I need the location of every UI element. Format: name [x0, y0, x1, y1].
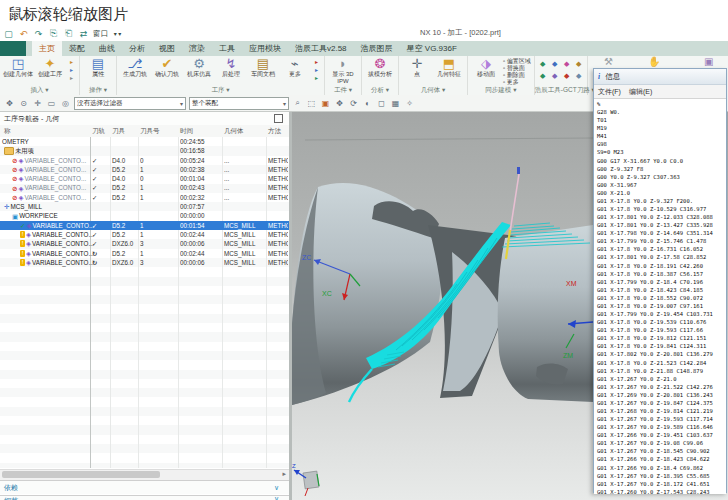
machine-simulation-button[interactable]: ⚙机床仿真 — [184, 57, 214, 78]
mini-button[interactable]: ◆ — [550, 59, 560, 69]
tree-row-1[interactable]: 未用项00:16:58 — [0, 146, 289, 155]
information-window-titlebar[interactable]: i 信息 — [594, 69, 726, 85]
column-header-4[interactable]: 时间 — [180, 125, 193, 137]
column-header-3[interactable]: 刀具号 — [140, 125, 160, 137]
switch-window-icon[interactable]: ⇄ — [78, 29, 89, 39]
column-header-1[interactable]: 刀轨 — [92, 125, 105, 137]
tree-row-12[interactable]: !◈VARIABLE_CONTO...↻D5.2100:02:44MCS_MIL… — [0, 249, 289, 258]
fit-view-icon[interactable]: ⬚ — [306, 99, 317, 108]
postprocess-button[interactable]: ↯后处理 — [216, 57, 246, 78]
geometry-feature-button[interactable]: ⬒几何特征 — [434, 57, 464, 78]
mini-button[interactable]: ◆ — [574, 71, 584, 81]
mini-button[interactable]: ▸ — [67, 59, 76, 66]
details-section[interactable]: 细节 ∨ — [0, 495, 289, 500]
tree-row-6[interactable]: ⊘◈VARIABLE_CONTO...✓D5.2100:02:32...METH… — [0, 193, 289, 202]
snapshot-icon[interactable]: ✧ — [404, 99, 415, 108]
dependencies-section[interactable]: 依赖 ∨ — [0, 480, 289, 494]
tree-row-3[interactable]: ⊘◈VARIABLE_CONTO...✓D5.2100:02:38...METH… — [0, 165, 289, 174]
show-3d-ipw-button[interactable]: ◗显示 3D IPW — [328, 57, 358, 84]
undo-icon[interactable]: ↶ — [18, 29, 29, 39]
mini-button[interactable]: ◆ — [550, 71, 560, 81]
view-triad[interactable]: Z — [292, 463, 319, 496]
small-button[interactable]: ▫ 替换面 — [503, 65, 531, 72]
tree-row-5[interactable]: ⊘◈VARIABLE_CONTO...✓D5.2100:02:43...METH… — [0, 183, 289, 192]
small-button[interactable]: ▫ 更多 — [503, 79, 531, 86]
find-icon[interactable]: ⌕ — [292, 98, 303, 108]
gcode-listing-area[interactable]: % G28 W0. T01 M19 M41 G98 S9=0 M23 G00 G… — [594, 99, 726, 494]
edit-menu[interactable]: 编辑(E) — [629, 87, 652, 97]
mini-button[interactable]: ▸ — [312, 67, 321, 74]
mini-button[interactable]: ◆ — [562, 71, 572, 81]
generate-toolpath-button[interactable]: ⎇生成刀轨 — [120, 57, 150, 78]
panel-splitter[interactable] — [289, 112, 292, 500]
create-operation-button[interactable]: ✦创建工序 — [35, 57, 65, 78]
save-icon[interactable]: ▢ — [3, 29, 14, 39]
component-icon[interactable]: ✋ — [648, 56, 660, 67]
rectangle-select-icon[interactable]: ▭ — [46, 99, 57, 108]
tree-row-11[interactable]: !◈VARIABLE_CONTO...✓DXZ6.0300:00:06MCS_M… — [0, 239, 289, 248]
tree-row-13[interactable]: !◈VARIABLE_CONTO...↻DXZ6.0300:00:06MCS_M… — [0, 258, 289, 267]
horizontal-scrollbar[interactable]: ▸ — [0, 469, 289, 480]
qat-overflow-icon[interactable]: ▾ ▾ — [112, 30, 123, 37]
small-button[interactable]: ▫ 删除面 — [503, 72, 531, 79]
column-header-5[interactable]: 几何体 — [224, 125, 244, 137]
draft-analysis-button[interactable]: ❂拔模分析 — [365, 57, 395, 78]
shop-documentation-button[interactable]: ▤车间文档 — [248, 57, 278, 78]
mini-button[interactable]: ▸ — [67, 75, 76, 82]
information-window[interactable]: i 信息 文件(F) 编辑(E) % G28 W0. T01 M19 M41 G… — [593, 68, 727, 493]
tab-4[interactable]: 视图 — [152, 41, 182, 56]
tree-row-0[interactable]: OMETRY00:24:55 — [0, 137, 289, 146]
tree-row-9[interactable]: ✓◈VARIABLE_CONTO...✓D5.2100:01:54MCS_MIL… — [0, 221, 289, 230]
column-header-2[interactable]: 刀具 — [112, 125, 125, 137]
lasso-icon[interactable]: ◎ — [60, 99, 71, 108]
selection-menu-icon[interactable]: ✥ — [4, 99, 15, 108]
column-header-0[interactable]: 称 — [4, 125, 11, 137]
properties-button[interactable]: ▤属性 — [83, 57, 113, 78]
mini-button[interactable]: ◆ — [538, 59, 548, 69]
tab-3[interactable]: 分析 — [122, 41, 152, 56]
mini-button[interactable]: ◆ — [562, 59, 572, 69]
tab-0[interactable]: 主页 — [32, 41, 62, 56]
small-button[interactable]: ▫ 偏置区域 — [503, 58, 531, 65]
tab-5[interactable]: 渲染 — [182, 41, 212, 56]
more-button[interactable]: ⌁更多 — [280, 57, 310, 78]
paste-icon[interactable]: ⎗ — [63, 28, 74, 39]
selection-filter-combo[interactable]: 没有选择过滤器▾ — [74, 97, 186, 110]
tab-7[interactable]: 应用模块 — [242, 41, 288, 56]
selection-scope-combo[interactable]: 整个装配▾ — [189, 97, 289, 110]
mini-button[interactable]: ◆ — [538, 71, 548, 81]
pan-icon[interactable]: ✥ — [334, 99, 345, 108]
tree-row-7[interactable]: ✛MCS_MILL00:07:57 — [0, 202, 289, 211]
verify-toolpath-button[interactable]: ✔确认刀轨 — [152, 57, 182, 78]
assembly-tool-icon[interactable]: ⚒ — [604, 56, 613, 67]
zoom-window-icon[interactable]: ▣ — [320, 99, 331, 108]
snap-point-icon[interactable]: ✛ — [32, 99, 43, 108]
file-menu-block[interactable] — [0, 41, 26, 56]
redo-icon[interactable]: ↷ — [33, 29, 44, 39]
shaded-icon[interactable]: ◐ — [362, 99, 373, 108]
pattern-icon[interactable]: ▣ — [704, 56, 713, 67]
scroll-right-icon[interactable]: ▸ — [282, 470, 286, 478]
tab-10[interactable]: 星空 VG.936F — [400, 41, 464, 56]
tree-row-8[interactable]: ▣WORKPIECE00:00:00 — [0, 211, 289, 220]
mini-button[interactable]: ▸ — [312, 59, 321, 66]
tab-9[interactable]: 浩辰图层 — [354, 41, 400, 56]
tree-row-2[interactable]: ⊘◈VARIABLE_CONTO...✓D4.0000:05:24...METH… — [0, 156, 289, 165]
tab-1[interactable]: 装配 — [62, 41, 92, 56]
point-button[interactable]: ✛点 — [402, 57, 432, 78]
mini-button[interactable]: ◆ — [574, 59, 584, 69]
mini-button[interactable]: ▸ — [312, 75, 321, 82]
column-header-6[interactable]: 方法 — [268, 125, 281, 137]
tree-row-4[interactable]: ⊘◈VARIABLE_CONTO...✓D4.0000:01:04...METH… — [0, 174, 289, 183]
tab-8[interactable]: 浩辰工具v2.58 — [288, 41, 354, 56]
rotate-icon[interactable]: ⟳ — [348, 99, 359, 108]
scrollbar-thumb[interactable] — [2, 471, 160, 478]
mini-button[interactable]: ▸ — [67, 67, 76, 74]
tab-2[interactable]: 曲线 — [92, 41, 122, 56]
create-geometry-button[interactable]: ◳创建几何体 — [3, 57, 33, 78]
tree-row-10[interactable]: !◈VARIABLE_CONTO...✓D5.2100:02:44MCS_MIL… — [0, 230, 289, 239]
wireframe-icon[interactable]: ◻ — [376, 99, 387, 108]
copy-icon[interactable]: ⎘ — [48, 28, 59, 39]
window-menu[interactable]: 窗口 — [93, 29, 108, 39]
maximize-icon[interactable] — [274, 114, 283, 123]
